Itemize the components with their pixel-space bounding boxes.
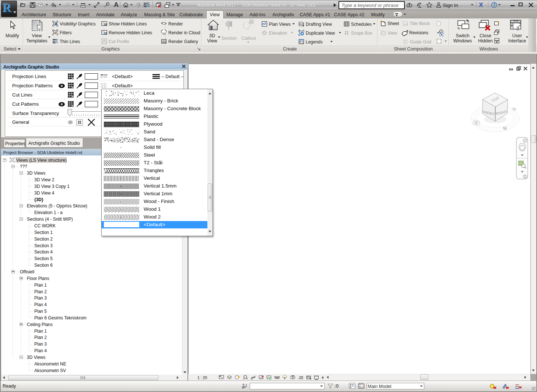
svg-text:1: 1 — [106, 3, 108, 5]
svg-text:?: ? — [493, 3, 495, 7]
svg-text:1: 1 — [441, 30, 442, 33]
